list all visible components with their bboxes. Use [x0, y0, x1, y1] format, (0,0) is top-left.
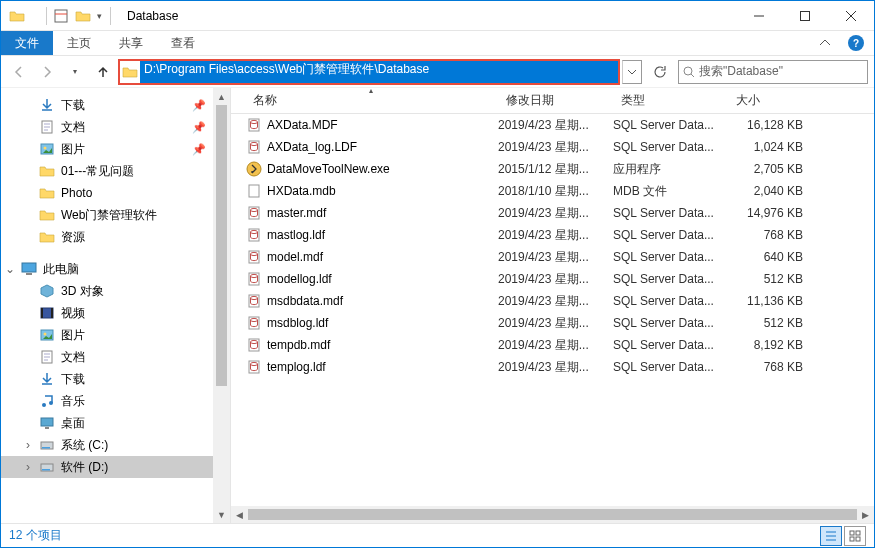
file-row[interactable]: modellog.ldf2019/4/23 星期...SQL Server Da…: [231, 268, 874, 290]
close-button[interactable]: [828, 1, 874, 31]
file-row[interactable]: tempdb.mdf2019/4/23 星期...SQL Server Data…: [231, 334, 874, 356]
tree-item[interactable]: ›系统 (C:): [1, 434, 230, 456]
svg-rect-45: [856, 531, 860, 535]
tree-item[interactable]: 01---常见问题: [1, 160, 230, 182]
file-list: ▴名称 修改日期 类型 大小 AXData.MDF2019/4/23 星期...…: [231, 88, 874, 523]
column-size[interactable]: 大小: [728, 88, 823, 113]
refresh-button[interactable]: [646, 60, 674, 84]
file-size: 2,040 KB: [728, 184, 823, 198]
file-row[interactable]: templog.ldf2019/4/23 星期...SQL Server Dat…: [231, 356, 874, 378]
tree-item[interactable]: 图片: [1, 324, 230, 346]
drive-icon: [39, 459, 55, 475]
recent-dropdown[interactable]: ▾: [63, 60, 87, 84]
ribbon-collapse-icon[interactable]: [812, 31, 838, 55]
tree-item[interactable]: 文档: [1, 346, 230, 368]
chevron-right-icon[interactable]: ›: [21, 460, 35, 474]
tree-label: 音乐: [61, 393, 85, 410]
maximize-button[interactable]: [782, 1, 828, 31]
tree-item[interactable]: 桌面: [1, 412, 230, 434]
folder-icon: [9, 8, 25, 24]
file-type: SQL Server Data...: [613, 140, 728, 154]
address-history-dropdown[interactable]: [622, 60, 642, 84]
tree-item[interactable]: ›软件 (D:): [1, 456, 230, 478]
file-row[interactable]: mastlog.ldf2019/4/23 星期...SQL Server Dat…: [231, 224, 874, 246]
file-name: modellog.ldf: [267, 272, 498, 286]
file-date: 2015/1/12 星期...: [498, 161, 613, 178]
ribbon-tab-home[interactable]: 主页: [53, 31, 105, 55]
scroll-down-icon[interactable]: ▼: [213, 506, 230, 523]
file-size: 8,192 KB: [728, 338, 823, 352]
scroll-left-icon[interactable]: ◀: [231, 506, 248, 523]
db-icon: [245, 359, 263, 375]
svg-point-2: [684, 67, 692, 75]
svg-rect-19: [42, 447, 50, 449]
ribbon: 文件 主页 共享 查看 ?: [1, 31, 874, 56]
scroll-right-icon[interactable]: ▶: [857, 506, 874, 523]
nav-scrollbar[interactable]: ▲ ▼: [213, 88, 230, 523]
details-view-button[interactable]: [820, 526, 842, 546]
tree-item[interactable]: 文档📌: [1, 116, 230, 138]
file-row[interactable]: master.mdf2019/4/23 星期...SQL Server Data…: [231, 202, 874, 224]
search-input[interactable]: 搜索"Database": [678, 60, 868, 84]
file-date: 2019/4/23 星期...: [498, 293, 613, 310]
tree-item[interactable]: Photo: [1, 182, 230, 204]
forward-button[interactable]: [35, 60, 59, 84]
ribbon-tab-view[interactable]: 查看: [157, 31, 209, 55]
file-size: 11,136 KB: [728, 294, 823, 308]
body: 下载📌文档📌图片📌01---常见问题PhotoWeb门禁管理软件资源 ⌄ 此电脑…: [1, 88, 874, 523]
horizontal-scrollbar[interactable]: ◀ ▶: [231, 506, 874, 523]
chevron-right-icon[interactable]: ›: [21, 438, 35, 452]
back-button[interactable]: [7, 60, 31, 84]
minimize-button[interactable]: [736, 1, 782, 31]
tree-item[interactable]: Web门禁管理软件: [1, 204, 230, 226]
file-row[interactable]: model.mdf2019/4/23 星期...SQL Server Data.…: [231, 246, 874, 268]
column-name[interactable]: ▴名称: [245, 88, 498, 113]
file-row[interactable]: AXData.MDF2019/4/23 星期...SQL Server Data…: [231, 114, 874, 136]
file-date: 2019/4/23 星期...: [498, 337, 613, 354]
file-size: 640 KB: [728, 250, 823, 264]
file-type: SQL Server Data...: [613, 316, 728, 330]
qat-folder-icon[interactable]: [75, 8, 91, 24]
file-row[interactable]: msdbdata.mdf2019/4/23 星期...SQL Server Da…: [231, 290, 874, 312]
qat-separator: [31, 7, 47, 25]
tree-item[interactable]: 音乐: [1, 390, 230, 412]
scrollbar-thumb[interactable]: [216, 105, 227, 386]
file-area[interactable]: AXData.MDF2019/4/23 星期...SQL Server Data…: [231, 114, 874, 506]
chevron-down-icon[interactable]: ⌄: [3, 262, 17, 276]
tree-item[interactable]: 3D 对象: [1, 280, 230, 302]
file-name: mastlog.ldf: [267, 228, 498, 242]
file-row[interactable]: HXData.mdb2018/1/10 星期...MDB 文件2,040 KB: [231, 180, 874, 202]
scrollbar-thumb[interactable]: [248, 509, 857, 520]
scroll-up-icon[interactable]: ▲: [213, 88, 230, 105]
tree-item[interactable]: 资源: [1, 226, 230, 248]
file-type: MDB 文件: [613, 183, 728, 200]
file-row[interactable]: AXData_log.LDF2019/4/23 星期...SQL Server …: [231, 136, 874, 158]
help-button[interactable]: ?: [838, 31, 874, 55]
tree-item[interactable]: 视频: [1, 302, 230, 324]
qat-dropdown-icon[interactable]: ▾: [97, 11, 102, 21]
tree-item[interactable]: 图片📌: [1, 138, 230, 160]
tree-this-pc[interactable]: ⌄ 此电脑: [1, 258, 230, 280]
tree-label: 下载: [61, 97, 85, 114]
folder-icon: [39, 163, 55, 179]
properties-icon[interactable]: [53, 8, 69, 24]
column-type[interactable]: 类型: [613, 88, 728, 113]
folder-icon: [39, 207, 55, 223]
ribbon-tab-share[interactable]: 共享: [105, 31, 157, 55]
file-row[interactable]: msdblog.ldf2019/4/23 星期...SQL Server Dat…: [231, 312, 874, 334]
tree-item[interactable]: 下载📌: [1, 94, 230, 116]
svg-rect-44: [850, 531, 854, 535]
icons-view-button[interactable]: [844, 526, 866, 546]
tree-item[interactable]: 下载: [1, 368, 230, 390]
address-text[interactable]: D:\Program Files\access\Web门禁管理软件\Databa…: [140, 61, 618, 83]
desktop-icon: [39, 415, 55, 431]
ribbon-file-tab[interactable]: 文件: [1, 31, 53, 55]
file-name: master.mdf: [267, 206, 498, 220]
file-type: SQL Server Data...: [613, 118, 728, 132]
up-button[interactable]: [91, 60, 115, 84]
column-headers: ▴名称 修改日期 类型 大小: [231, 88, 874, 114]
file-name: msdblog.ldf: [267, 316, 498, 330]
column-date[interactable]: 修改日期: [498, 88, 613, 113]
address-field[interactable]: D:\Program Files\access\Web门禁管理软件\Databa…: [119, 60, 618, 84]
file-row[interactable]: DataMoveToolNew.exe2015/1/12 星期...应用程序2,…: [231, 158, 874, 180]
